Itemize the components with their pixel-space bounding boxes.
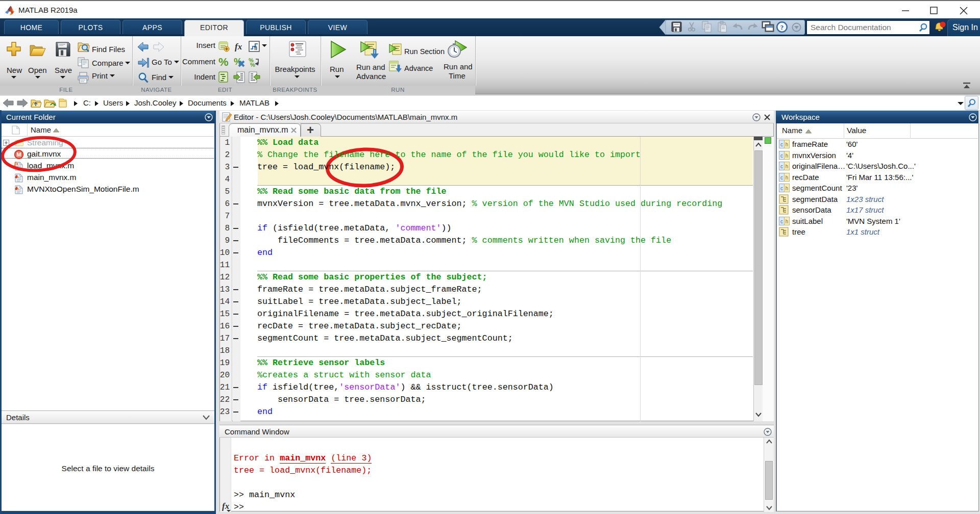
svg-text:c: c <box>780 186 783 191</box>
svg-text:c: c <box>780 142 783 147</box>
svg-text:h: h <box>786 186 789 191</box>
svg-text:fi: fi <box>254 45 257 51</box>
svg-text:h: h <box>786 218 789 224</box>
svg-text:M: M <box>16 151 21 158</box>
svg-text:h: h <box>786 174 789 180</box>
svg-text:?: ? <box>780 23 784 31</box>
svg-text:h: h <box>786 152 789 158</box>
svg-text:c: c <box>780 174 783 180</box>
svg-text:fx: fx <box>235 42 242 52</box>
svg-text:h: h <box>786 142 789 147</box>
svg-text:%: % <box>218 56 229 67</box>
svg-text:c: c <box>780 218 783 224</box>
svg-text:h: h <box>786 164 789 169</box>
svg-text:fx: fx <box>14 161 18 166</box>
svg-text:c: c <box>780 164 783 169</box>
svg-text:%: % <box>250 62 255 68</box>
svg-text:c: c <box>780 152 783 158</box>
